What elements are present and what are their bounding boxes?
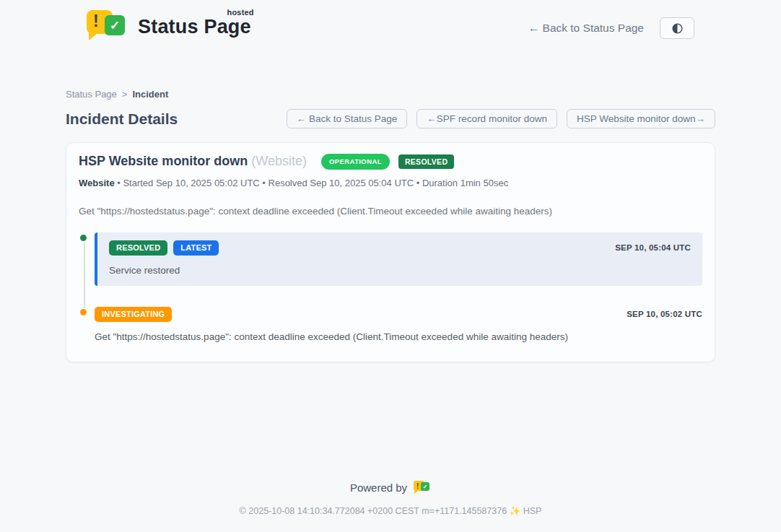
theme-toggle-button[interactable] — [660, 17, 694, 39]
page-title: Incident Details — [66, 110, 178, 128]
breadcrumb-status-page[interactable]: Status Page — [66, 89, 117, 100]
meta-component: Website — [79, 178, 115, 188]
next-incident-button[interactable]: HSP Website monitor down→ — [567, 109, 715, 128]
timeline-entry-resolved: RESOLVED LATEST SEP 10, 05:04 UTC Servic… — [79, 232, 702, 286]
update-header: RESOLVED LATEST SEP 10, 05:04 UTC — [109, 240, 691, 256]
incident-card: HSP Website monitor down(Website) OPERAT… — [66, 142, 715, 362]
incident-card-header: HSP Website monitor down(Website) OPERAT… — [79, 154, 702, 170]
check-glyph: ✓ — [110, 18, 120, 33]
previous-incident-button[interactable]: ←SPF record monitor down — [416, 109, 557, 128]
check-icon: ✓ — [105, 15, 125, 35]
incident-component-label: (Website) — [251, 154, 307, 168]
topbar: ! ✓ Status Page hosted ← Back to Status … — [0, 0, 781, 53]
brand-name: Status Page hosted — [138, 16, 251, 38]
latest-badge: LATEST — [173, 240, 219, 256]
back-to-status-page-button[interactable]: ← Back to Status Page — [287, 109, 408, 128]
breadcrumb: Status Page>Incident — [66, 89, 715, 100]
timeline-entry-content: RESOLVED LATEST SEP 10, 05:04 UTC Servic… — [95, 232, 702, 286]
footer: Powered by ! ✓ © 2025-10-08 14:10:34.772… — [0, 480, 781, 516]
brand-superscript: hosted — [227, 8, 254, 17]
powered-by-link[interactable]: Powered by ! ✓ — [350, 480, 431, 494]
meta-details: • Started Sep 10, 2025 05:02 UTC • Resol… — [117, 178, 508, 188]
latest-update-box: RESOLVED LATEST SEP 10, 05:04 UTC Servic… — [95, 232, 702, 286]
footer-logo-icon: ! ✓ — [414, 480, 431, 494]
brand-label: Status Page — [138, 16, 251, 38]
copyright-text: © 2025-10-08 14:10:34.772084 +0200 CEST … — [0, 505, 781, 516]
update-timestamp: SEP 10, 05:02 UTC — [627, 310, 702, 318]
exclamation-glyph: ! — [93, 12, 99, 31]
header-back-link[interactable]: ← Back to Status Page — [528, 22, 644, 35]
incident-title-text: HSP Website monitor down — [79, 154, 248, 168]
timeline-entry-content: INVESTIGATING SEP 10, 05:02 UTC Get "htt… — [95, 307, 702, 342]
update-header: INVESTIGATING SEP 10, 05:02 UTC — [95, 307, 702, 322]
mini-check-icon: ✓ — [421, 482, 429, 491]
main-content: Status Page>Incident Incident Details ← … — [66, 89, 715, 362]
update-timestamp: SEP 10, 05:04 UTC — [615, 243, 691, 252]
timeline-entry-investigating: INVESTIGATING SEP 10, 05:02 UTC Get "htt… — [79, 307, 702, 342]
half-circle-icon — [671, 22, 684, 35]
breadcrumb-incident: Incident — [132, 89, 168, 100]
update-message: Service restored — [109, 265, 691, 276]
logo-mark: ! ✓ — [87, 10, 127, 43]
incident-nav-buttons: ← Back to Status Page ←SPF record monito… — [287, 109, 715, 128]
timeline-dot-green — [79, 233, 88, 243]
mini-check-glyph: ✓ — [423, 484, 428, 490]
timeline-dot-orange — [79, 308, 88, 317]
incident-timeline: RESOLVED LATEST SEP 10, 05:04 UTC Servic… — [79, 232, 702, 342]
topbar-actions: ← Back to Status Page — [528, 17, 694, 39]
resolved-state-badge: RESOLVED — [398, 154, 454, 170]
mini-exclamation-glyph: ! — [416, 482, 419, 490]
operational-status-badge: OPERATIONAL — [321, 154, 390, 170]
breadcrumb-separator: > — [122, 89, 128, 100]
app-logo[interactable]: ! ✓ Status Page hosted — [87, 10, 251, 43]
incident-description: Get "https://hostedstatus.page": context… — [79, 206, 702, 217]
resolved-badge: RESOLVED — [109, 240, 167, 256]
incident-meta: Website • Started Sep 10, 2025 05:02 UTC… — [79, 178, 702, 188]
incident-title: HSP Website monitor down(Website) — [79, 154, 307, 169]
investigating-badge: INVESTIGATING — [95, 307, 172, 322]
update-message: Get "https://hostedstatus.page": context… — [95, 331, 702, 342]
powered-by-label: Powered by — [350, 481, 407, 494]
title-row: Incident Details ← Back to Status Page ←… — [66, 109, 715, 128]
